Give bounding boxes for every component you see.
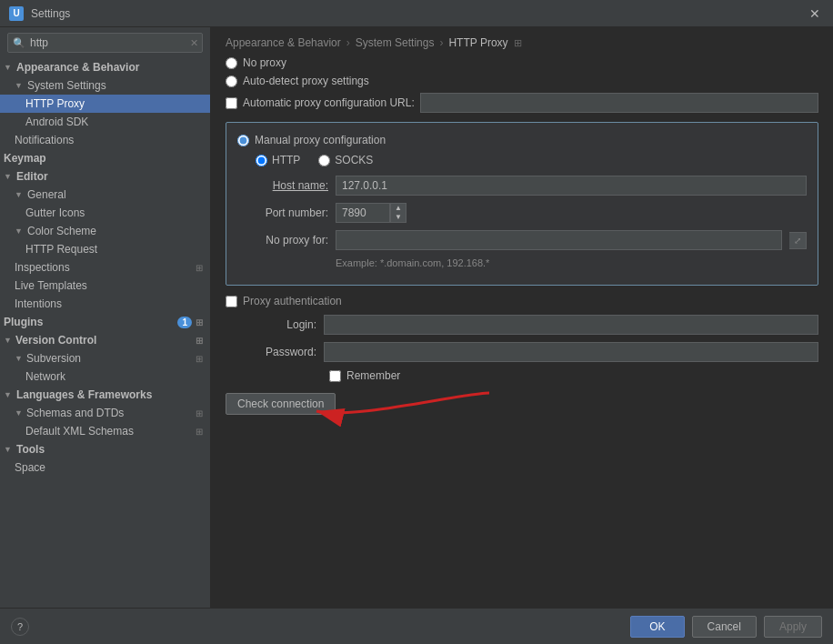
socks-option: SOCKS — [318, 154, 373, 166]
sidebar-item-label: Default XML Schemas — [25, 425, 134, 438]
settings-icon: ⊞ — [196, 354, 203, 364]
sidebar-item-inspections[interactable]: Inspections ⊞ — [0, 258, 210, 277]
sidebar-item-android-sdk[interactable]: Android SDK — [0, 113, 210, 131]
collapse-icon: ▼ — [15, 408, 24, 418]
manual-proxy-box: Manual proxy configuration HTTP SOCKS Ho — [226, 122, 818, 286]
sidebar-item-color-scheme[interactable]: ▼ Color Scheme — [0, 222, 210, 240]
sidebar-item-space[interactable]: Space — [0, 458, 210, 477]
sidebar-item-label: System Settings — [27, 79, 106, 92]
remember-label[interactable]: Remember — [346, 369, 400, 382]
sidebar-item-plugins[interactable]: Plugins 1 ⊞ — [0, 313, 210, 331]
sidebar-item-live-templates[interactable]: Live Templates — [0, 277, 210, 295]
check-connection-row: Check connection — [226, 393, 818, 415]
sidebar-item-default-xml-schemas[interactable]: Default XML Schemas ⊞ — [0, 422, 210, 440]
sidebar-item-keymap[interactable]: Keymap — [0, 149, 210, 167]
collapse-icon: ▼ — [4, 445, 13, 454]
port-label: Port number: — [237, 206, 328, 219]
sidebar-item-languages-frameworks[interactable]: ▼ Languages & Frameworks — [0, 386, 210, 404]
sidebar-item-editor[interactable]: ▼ Editor — [0, 167, 210, 186]
sidebar-item-gutter-icons[interactable]: Gutter Icons — [0, 204, 210, 222]
breadcrumb-http-proxy: HTTP Proxy — [448, 36, 507, 49]
sidebar-item-intentions[interactable]: Intentions — [0, 295, 210, 313]
http-label[interactable]: HTTP — [272, 154, 300, 166]
check-connection-button[interactable]: Check connection — [226, 393, 336, 415]
http-radio[interactable] — [256, 155, 267, 166]
window-title: Settings — [31, 7, 70, 20]
breadcrumb-sep1: › — [346, 36, 350, 49]
proxy-protocol-row: HTTP SOCKS — [256, 154, 807, 166]
sidebar-item-label: Gutter Icons — [25, 206, 85, 219]
sidebar-item-system-settings[interactable]: ▼ System Settings — [0, 76, 210, 95]
sidebar-item-http-request[interactable]: HTTP Request — [0, 240, 210, 258]
socks-label[interactable]: SOCKS — [335, 154, 373, 166]
sidebar-item-appearance-behavior[interactable]: ▼ Appearance & Behavior — [0, 58, 210, 76]
auto-detect-radio[interactable] — [226, 75, 237, 87]
breadcrumb-icon: ⊞ — [514, 37, 522, 49]
proxy-auth-checkbox[interactable] — [226, 296, 237, 307]
auto-detect-label[interactable]: Auto-detect proxy settings — [243, 75, 369, 87]
breadcrumb-sep2: › — [439, 36, 443, 49]
auto-config-label[interactable]: Automatic proxy configuration URL: — [243, 96, 415, 109]
breadcrumb-system-settings[interactable]: System Settings — [356, 36, 435, 49]
remember-checkbox[interactable] — [329, 370, 341, 382]
port-input[interactable] — [336, 203, 390, 223]
close-button[interactable]: ✕ — [806, 5, 824, 23]
sidebar-item-label: General — [27, 188, 66, 201]
collapse-icon: ▼ — [4, 172, 13, 181]
port-spinner-buttons: ▲ ▼ — [390, 203, 406, 223]
help-button[interactable]: ? — [11, 618, 29, 636]
no-proxy-for-input[interactable] — [336, 230, 782, 250]
breadcrumb-appearance[interactable]: Appearance & Behavior — [226, 36, 341, 49]
manual-proxy-label[interactable]: Manual proxy configuration — [255, 134, 386, 146]
sidebar-item-schemas-dtds[interactable]: ▼ Schemas and DTDs ⊞ — [0, 404, 210, 422]
help-section: ? — [11, 618, 29, 636]
port-row: Port number: ▲ ▼ — [237, 203, 807, 223]
host-label: Host name: — [237, 179, 328, 192]
sidebar-item-version-control[interactable]: ▼ Version Control ⊞ — [0, 331, 210, 349]
dialog-buttons: OK Cancel Apply — [630, 616, 822, 638]
example-text: Example: *.domain.com, 192.168.* — [336, 257, 807, 268]
ok-button[interactable]: OK — [630, 616, 684, 638]
sidebar-item-subversion[interactable]: ▼ Subversion ⊞ — [0, 349, 210, 367]
sidebar-item-label: Notifications — [15, 134, 74, 146]
sidebar-item-general[interactable]: ▼ General — [0, 186, 210, 204]
apply-button[interactable]: Apply — [764, 616, 822, 638]
auto-config-checkbox[interactable] — [226, 97, 237, 109]
title-bar: U Settings ✕ — [0, 0, 833, 27]
sidebar-item-http-proxy[interactable]: HTTP Proxy — [0, 95, 210, 113]
breadcrumb: Appearance & Behavior › System Settings … — [211, 27, 833, 56]
search-clear-icon[interactable]: ✕ — [190, 37, 198, 49]
app-icon: U — [9, 6, 24, 21]
search-box: 🔍 ✕ — [7, 33, 203, 53]
settings-icon: ⊞ — [196, 317, 203, 327]
auto-config-url-input[interactable] — [420, 93, 818, 113]
proxy-auth-label[interactable]: Proxy authentication — [243, 295, 342, 307]
manual-proxy-option: Manual proxy configuration — [237, 134, 807, 146]
form-content: No proxy Auto-detect proxy settings Auto… — [211, 56, 833, 608]
no-proxy-radio[interactable] — [226, 57, 237, 69]
expand-icon[interactable]: ⤢ — [789, 232, 807, 249]
sidebar-item-tools[interactable]: ▼ Tools — [0, 440, 210, 458]
sidebar-item-notifications[interactable]: Notifications — [0, 131, 210, 149]
nav-tree: ▼ Appearance & Behavior ▼ System Setting… — [0, 58, 210, 608]
sidebar-item-label: Inspections — [15, 261, 70, 274]
http-option: HTTP — [256, 154, 300, 166]
sidebar-item-network[interactable]: Network — [0, 367, 210, 386]
plugins-badge: 1 — [177, 317, 192, 328]
no-proxy-for-row: No proxy for: ⤢ — [237, 230, 807, 250]
search-input[interactable] — [7, 33, 203, 53]
sidebar-item-label: Version Control — [15, 334, 96, 347]
no-proxy-label[interactable]: No proxy — [243, 56, 286, 69]
socks-radio[interactable] — [318, 155, 330, 166]
cancel-button[interactable]: Cancel — [692, 616, 757, 638]
sidebar: 🔍 ✕ ▼ Appearance & Behavior ▼ System Set… — [0, 27, 211, 608]
host-input[interactable] — [336, 176, 807, 196]
login-input[interactable] — [324, 315, 818, 335]
collapse-icon: ▼ — [4, 390, 13, 399]
password-input[interactable] — [324, 342, 818, 362]
manual-proxy-radio[interactable] — [237, 135, 249, 146]
port-increment-button[interactable]: ▲ — [391, 204, 406, 213]
port-decrement-button[interactable]: ▼ — [391, 213, 406, 222]
no-proxy-option: No proxy — [226, 56, 818, 69]
login-row: Login: — [226, 315, 818, 335]
